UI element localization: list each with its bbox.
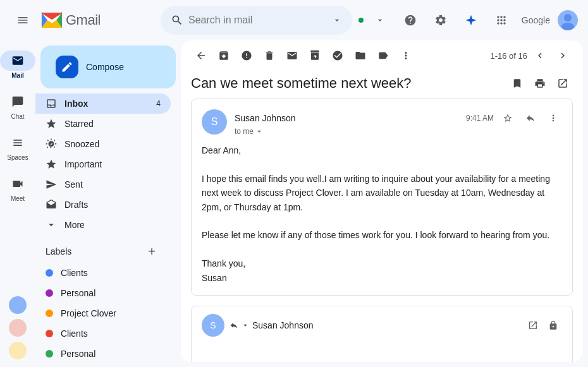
label-dot-personal2 bbox=[46, 350, 53, 358]
more-nav-icon bbox=[46, 219, 57, 231]
topbar-left: Gmail bbox=[10, 8, 156, 33]
nav-item-important[interactable]: Important bbox=[35, 154, 171, 174]
apps-button[interactable] bbox=[489, 8, 514, 33]
left-nav-icons: Mail Chat Spaces Meet bbox=[0, 40, 35, 367]
bottom-avatar-3[interactable] bbox=[9, 342, 27, 359]
email-body-line-7: Susan bbox=[202, 271, 562, 285]
search-filter-button[interactable] bbox=[332, 15, 342, 25]
report-spam-button[interactable] bbox=[236, 45, 257, 66]
compose-icon bbox=[56, 56, 78, 78]
label-item-project-clover1[interactable]: Project Clover bbox=[35, 303, 171, 323]
open-in-new-button[interactable] bbox=[553, 73, 573, 93]
labels-title: Labels bbox=[46, 246, 71, 256]
more-email-icon bbox=[548, 113, 558, 123]
status-indicator bbox=[357, 16, 365, 24]
back-button[interactable] bbox=[191, 45, 211, 66]
move-to-button[interactable] bbox=[350, 45, 371, 66]
main-layout: Mail Chat Spaces Meet bbox=[0, 40, 588, 367]
drafts-icon bbox=[46, 199, 57, 210]
email-meta: Susan Johnson 9:41 AM bbox=[235, 109, 562, 136]
topbar: Gmail Googl bbox=[0, 0, 588, 40]
labels-button[interactable] bbox=[373, 45, 393, 66]
sender-name: Susan Johnson bbox=[235, 113, 296, 123]
label-name-clients1: Clients bbox=[61, 268, 88, 278]
sidebar-item-chat[interactable]: Chat bbox=[0, 87, 35, 125]
prev-email-button[interactable] bbox=[530, 45, 550, 66]
nav-item-drafts[interactable]: Drafts bbox=[35, 195, 171, 215]
snooze-email-button[interactable] bbox=[305, 45, 325, 66]
nav-item-snoozed[interactable]: Snoozed bbox=[35, 134, 171, 154]
label-item-clients2[interactable]: Clients bbox=[35, 323, 171, 344]
help-button[interactable] bbox=[398, 8, 423, 33]
snooze-subject-button[interactable] bbox=[507, 73, 527, 93]
snooze-icon bbox=[46, 138, 57, 150]
labels-header: Labels + bbox=[35, 240, 171, 263]
inbox-badge: 4 bbox=[156, 99, 161, 108]
pop-out-reply-button[interactable] bbox=[524, 316, 542, 334]
compose-button[interactable]: Compose bbox=[40, 45, 176, 88]
add-task-button[interactable] bbox=[328, 45, 348, 66]
email-subject-bar: Can we meet sometime next week? bbox=[181, 71, 583, 99]
sidebar-item-meet[interactable]: Meet bbox=[0, 169, 35, 207]
mail-label: Mail bbox=[11, 72, 23, 79]
status-button[interactable] bbox=[367, 8, 393, 33]
reply-compose-input[interactable] bbox=[192, 344, 572, 362]
sender-avatar: S bbox=[202, 109, 227, 135]
email-body-line-0: Dear Ann, bbox=[202, 143, 562, 157]
label-item-personal2[interactable]: Personal bbox=[35, 344, 171, 364]
nav-item-starred[interactable]: Starred bbox=[35, 114, 171, 134]
label-name-personal2: Personal bbox=[61, 349, 95, 359]
lock-reply-button[interactable] bbox=[544, 316, 562, 334]
nav-more-label: More bbox=[64, 220, 85, 230]
move-to-icon bbox=[355, 50, 366, 61]
bottom-avatar-2[interactable] bbox=[9, 319, 27, 337]
more-email-button[interactable] bbox=[544, 109, 562, 127]
nav-arrows bbox=[530, 45, 573, 66]
expand-to-icon bbox=[255, 127, 264, 136]
more-actions-button[interactable] bbox=[396, 45, 416, 66]
meet-icon bbox=[11, 177, 24, 190]
star-button[interactable] bbox=[499, 109, 517, 127]
email-body-line-4: Please let me know if any of those times… bbox=[202, 228, 562, 242]
spam-icon bbox=[241, 50, 252, 61]
open-in-new-icon bbox=[557, 78, 568, 89]
delete-button[interactable] bbox=[259, 45, 279, 66]
nav-panel: Compose Inbox 4 Starred Snoozed Importan… bbox=[35, 40, 181, 367]
next-email-button[interactable] bbox=[553, 45, 573, 66]
nav-item-more[interactable]: More bbox=[35, 215, 171, 235]
menu-icon[interactable] bbox=[10, 8, 35, 33]
nav-item-sent[interactable]: Sent bbox=[35, 174, 171, 195]
reply-to: Susan Johnson bbox=[230, 320, 314, 330]
bottom-avatar-1[interactable] bbox=[9, 296, 27, 314]
label-item-personal1[interactable]: Personal bbox=[35, 283, 171, 303]
delete-icon bbox=[264, 50, 275, 61]
reply-icons bbox=[524, 316, 562, 334]
subject-icons bbox=[507, 73, 573, 93]
sidebar-item-spaces[interactable]: Spaces bbox=[0, 128, 35, 166]
label-icon bbox=[377, 50, 389, 61]
search-input[interactable] bbox=[188, 15, 327, 26]
gemini-button[interactable] bbox=[458, 8, 484, 33]
print-button[interactable] bbox=[530, 73, 550, 93]
archive-button[interactable] bbox=[214, 45, 234, 66]
email-time: 9:41 AM bbox=[466, 114, 494, 123]
chat-label: Chat bbox=[11, 113, 24, 120]
sidebar-item-mail[interactable]: Mail bbox=[0, 45, 35, 84]
user-avatar[interactable] bbox=[558, 10, 578, 30]
label-item-clients1[interactable]: Clients bbox=[35, 263, 171, 283]
label-name-clients2: Clients bbox=[61, 328, 88, 339]
nav-sent-label: Sent bbox=[64, 179, 83, 190]
label-dot-project-clover1 bbox=[46, 310, 53, 317]
mark-unread-button[interactable] bbox=[282, 45, 302, 66]
to-me[interactable]: to me bbox=[235, 127, 562, 136]
settings-button[interactable] bbox=[428, 8, 453, 33]
nav-inbox-label: Inbox bbox=[64, 99, 88, 109]
reply-button[interactable] bbox=[522, 109, 539, 127]
label-item-project-clover2[interactable]: Project Clover bbox=[35, 364, 171, 367]
nav-item-inbox[interactable]: Inbox 4 bbox=[35, 93, 171, 114]
reply-to-expand-icon bbox=[241, 321, 250, 330]
label-name-project-clover1: Project Clover bbox=[61, 308, 116, 318]
star-email-icon bbox=[503, 113, 513, 123]
bookmark-icon bbox=[511, 78, 523, 89]
labels-add-button[interactable]: + bbox=[143, 243, 161, 260]
